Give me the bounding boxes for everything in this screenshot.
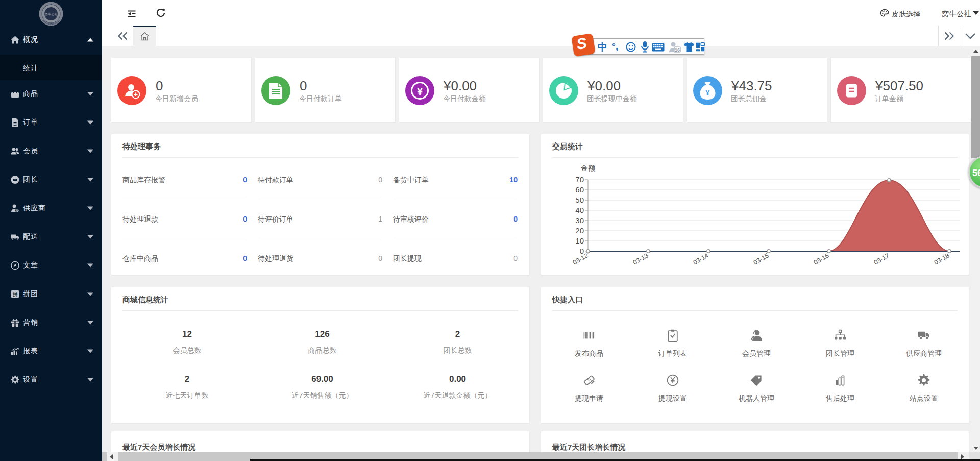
svg-text:30: 30 xyxy=(575,216,584,225)
svg-text:70: 70 xyxy=(575,175,584,184)
svg-text:¥: ¥ xyxy=(417,86,423,97)
svg-text:60: 60 xyxy=(575,185,584,194)
svg-text:03-16: 03-16 xyxy=(813,252,830,266)
svg-text:¥: ¥ xyxy=(706,89,710,97)
svg-text:50: 50 xyxy=(575,196,584,204)
svg-text:03-15: 03-15 xyxy=(752,252,770,266)
svg-text:03-17: 03-17 xyxy=(873,252,891,266)
svg-text:03-18: 03-18 xyxy=(933,252,951,266)
svg-text:03-14: 03-14 xyxy=(692,252,710,266)
svg-text:20: 20 xyxy=(575,226,584,235)
svg-text:40: 40 xyxy=(575,206,584,214)
svg-text:窝牛公社: 窝牛公社 xyxy=(44,12,58,16)
svg-text:拼: 拼 xyxy=(13,292,18,297)
svg-text:03-13: 03-13 xyxy=(632,252,650,266)
svg-text:16: 16 xyxy=(675,47,680,53)
svg-text:金额: 金额 xyxy=(581,164,595,172)
svg-text:供: 供 xyxy=(16,209,19,212)
svg-text:10: 10 xyxy=(575,236,584,245)
